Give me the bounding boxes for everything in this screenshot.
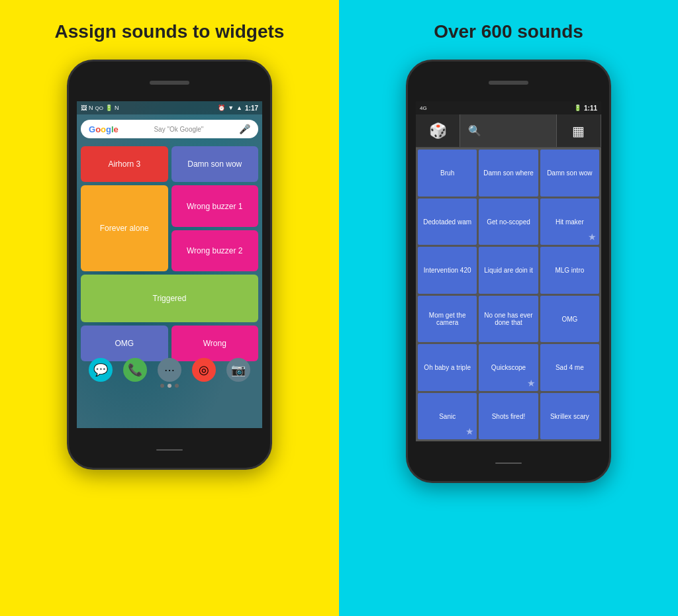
sound-cell-4[interactable]: Get no-scoped xyxy=(479,198,538,245)
icon-image: 🖼 xyxy=(81,105,87,111)
icon-4g: 4G xyxy=(420,105,427,111)
icon-signal: N xyxy=(115,105,119,111)
right-panel: Over 600 sounds 4G 🔋 1:11 xyxy=(339,0,678,616)
wifi-icon: ▼ xyxy=(228,105,234,111)
sound-cell-2[interactable]: Damn son wow xyxy=(540,150,599,197)
sound-cell-1[interactable]: Damn son where xyxy=(479,150,538,197)
widget-airhorn3[interactable]: Airhorn 3 xyxy=(81,146,168,182)
sound-cell-17[interactable]: Skrillex scary xyxy=(540,393,599,440)
sound-cell-3[interactable]: Dedotaded wam xyxy=(418,198,477,245)
left-phone-mockup: 🖼 N QO 🔋 N ⏰ ▼ ▲ 1:17 Google Say xyxy=(67,60,272,470)
sound-cell-16[interactable]: Shots fired! xyxy=(479,393,538,440)
sound-cell-5[interactable]: Hit maker xyxy=(540,198,599,245)
sound-cell-15[interactable]: Sanic xyxy=(418,393,477,440)
left-panel-title: Assign sounds to widgets xyxy=(55,20,285,44)
phone-speaker-left xyxy=(150,81,189,85)
left-panel: Assign sounds to widgets 🖼 N QO 🔋 N ⏰ ▼ xyxy=(0,0,339,616)
sound-cell-7[interactable]: Liquid are doin it xyxy=(479,247,538,294)
sound-cell-8[interactable]: MLG intro xyxy=(540,247,599,294)
phone-bottom-bar-left xyxy=(69,431,270,468)
google-logo: Google xyxy=(89,124,119,134)
sound-cell-9[interactable]: Mom get the camera xyxy=(418,296,477,343)
mic-icon[interactable]: 🎤 xyxy=(239,124,250,134)
dock-messages[interactable]: 💬 xyxy=(89,358,113,382)
widget-damsonwow[interactable]: Damn son wow xyxy=(171,146,259,182)
status-time-right: 1:11 xyxy=(584,105,597,112)
app-toolbar: 🎲 🔍 ▦ xyxy=(416,114,601,148)
sound-cell-14[interactable]: Sad 4 me xyxy=(540,344,599,391)
dock-chrome[interactable]: ◎ xyxy=(192,358,216,382)
phone-screen-right: 4G 🔋 1:11 🎲 🔍 ▦ BruhDamn son wh xyxy=(416,101,601,441)
google-search-bar[interactable]: Google Say "Ok Google" 🎤 xyxy=(81,120,258,138)
dock: 💬 📞 ⋯ ◎ 📷 xyxy=(77,353,262,387)
dock-apps[interactable]: ⋯ xyxy=(158,358,181,382)
right-screen-inner: 4G 🔋 1:11 🎲 🔍 ▦ BruhDamn son wh xyxy=(416,101,601,441)
sound-cell-0[interactable]: Bruh xyxy=(418,150,477,197)
right-status-icons: 4G xyxy=(420,105,427,111)
widget-wrong-buzzer2[interactable]: Wrong buzzer 2 xyxy=(171,230,259,272)
phone-top-bar-right xyxy=(408,62,609,98)
signal-icon: ▲ xyxy=(236,105,242,111)
phone-bottom-bar-right xyxy=(408,445,609,481)
random-btn[interactable]: 🎲 xyxy=(416,114,460,147)
widget-triggered[interactable]: Triggered xyxy=(81,275,258,322)
sound-cell-13[interactable]: Quickscope xyxy=(479,344,538,391)
sound-cell-6[interactable]: Intervention 420 xyxy=(418,247,477,294)
sound-cell-12[interactable]: Oh baby a triple xyxy=(418,344,477,391)
icon-battery: 🔋 xyxy=(105,105,113,111)
phone-speaker-right xyxy=(489,81,528,85)
status-bar-right: 4G 🔋 1:11 xyxy=(416,101,601,114)
widget-grid: Airhorn 3 Damn son wow Forever alone Wro… xyxy=(77,144,262,364)
right-panel-title: Over 600 sounds xyxy=(434,20,583,44)
right-phone-mockup: 4G 🔋 1:11 🎲 🔍 ▦ BruhDamn son wh xyxy=(406,60,611,483)
status-bar-left: 🖼 N QO 🔋 N ⏰ ▼ ▲ 1:17 xyxy=(77,101,262,114)
dock-phone[interactable]: 📞 xyxy=(123,358,147,382)
sound-grid: BruhDamn son whereDamn son wowDedotaded … xyxy=(416,148,601,441)
search-icon: 🔍 xyxy=(468,124,481,137)
alarm-icon: ⏰ xyxy=(218,105,225,111)
widget-wrong-buzzer1[interactable]: Wrong buzzer 1 xyxy=(171,185,259,227)
sound-cell-10[interactable]: No one has ever done that xyxy=(479,296,538,343)
dock-camera[interactable]: 📷 xyxy=(226,358,250,382)
icon-n: N xyxy=(89,105,93,111)
status-time-left: 1:17 xyxy=(245,105,258,112)
phone-top-bar-left xyxy=(69,62,270,98)
right-battery-icon: 🔋 xyxy=(574,105,581,111)
icon-qo: QO xyxy=(95,105,103,111)
phone-screen-left: 🖼 N QO 🔋 N ⏰ ▼ ▲ 1:17 Google Say xyxy=(77,101,262,428)
sound-cell-11[interactable]: OMG xyxy=(540,296,599,343)
google-placeholder: Say "Ok Google" xyxy=(154,126,203,133)
widget-forever-alone[interactable]: Forever alone xyxy=(81,185,168,271)
status-icons-left: 🖼 N QO 🔋 N xyxy=(81,105,119,111)
grid-btn[interactable]: ▦ xyxy=(557,114,601,147)
search-btn[interactable]: 🔍 xyxy=(460,114,557,147)
